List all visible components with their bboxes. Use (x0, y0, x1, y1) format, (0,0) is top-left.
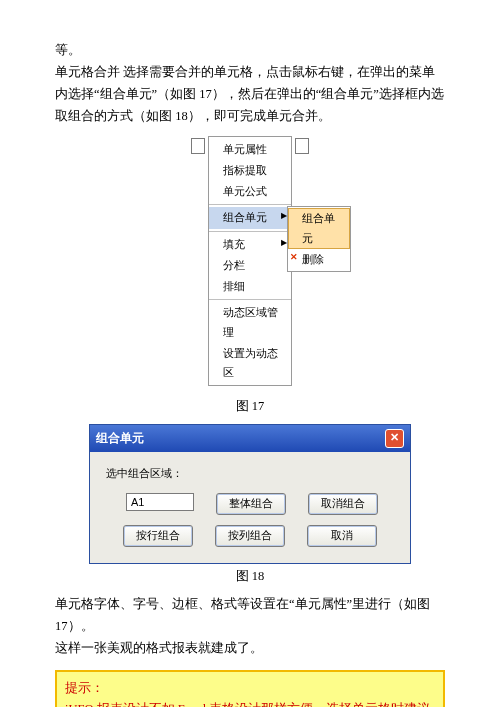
submenu-item-delete[interactable]: ✕ 删除 (288, 249, 350, 270)
menu-item[interactable]: 填充 ▶ (209, 234, 291, 255)
cell-fragment (295, 138, 309, 154)
menu-item[interactable]: 单元公式 (209, 181, 291, 202)
col-combine-button[interactable]: 按列组合 (215, 525, 285, 547)
row-combine-button[interactable]: 按行组合 (123, 525, 193, 547)
tip-heading: 提示： (65, 681, 104, 695)
menu-label: 组合单元 (223, 211, 267, 223)
menu-separator (209, 204, 291, 205)
cell-fragment (191, 138, 205, 154)
close-button[interactable]: ✕ (385, 429, 404, 448)
dialog-titlebar: 组合单元 ✕ (90, 425, 410, 452)
tip-box: 提示： iUFO 报表设计不如 Execl 表格设计那样方便，选择单元格时建议使… (55, 670, 445, 707)
submenu-label: 删除 (302, 253, 324, 265)
delete-icon: ✕ (290, 250, 298, 266)
context-menu: 单元属性 指标提取 单元公式 组合单元 ▶ 组合单元 ✕ 删除 (208, 136, 292, 387)
combine-dialog: 组合单元 ✕ 选中组合区域： A1 整体组合 取消组合 按行组合 按列组合 取消 (89, 424, 411, 564)
figure-17: 单元属性 指标提取 单元公式 组合单元 ▶ 组合单元 ✕ 删除 (55, 128, 445, 419)
menu-label: 填充 (223, 238, 245, 250)
body-text: 单元格字体、字号、边框、格式等设置在“单元属性”里进行（如图 17）。 (55, 594, 445, 638)
body-text: 等。 (55, 40, 445, 62)
dialog-label: 选中组合区域： (106, 464, 394, 483)
tip-body: iUFO 报表设计不如 Execl 表格设计那样方便，选择单元格时建议使用组合键… (65, 702, 430, 707)
submenu-item-combine[interactable]: 组合单元 (288, 208, 350, 249)
menu-item[interactable]: 设置为动态区 (209, 343, 291, 384)
dialog-title: 组合单元 (96, 428, 144, 449)
menu-item-combine[interactable]: 组合单元 ▶ 组合单元 ✕ 删除 (209, 207, 291, 228)
figure-caption: 图 18 (55, 566, 445, 588)
figure-caption: 图 17 (55, 396, 445, 418)
cancel-combine-button[interactable]: 取消组合 (308, 493, 378, 515)
menu-item[interactable]: 分栏 (209, 255, 291, 276)
whole-combine-button[interactable]: 整体组合 (216, 493, 286, 515)
cell-input[interactable]: A1 (126, 493, 194, 511)
body-text: 单元格合并 选择需要合并的单元格，点击鼠标右键，在弹出的菜单内选择“组合单元”（… (55, 62, 445, 128)
menu-item[interactable]: 排细 (209, 276, 291, 297)
menu-item[interactable]: 单元属性 (209, 139, 291, 160)
cancel-button[interactable]: 取消 (307, 525, 377, 547)
menu-item[interactable]: 指标提取 (209, 160, 291, 181)
menu-separator (209, 299, 291, 300)
submenu-arrow-icon: ▶ (281, 236, 287, 250)
submenu: 组合单元 ✕ 删除 (287, 206, 351, 272)
body-text: 这样一张美观的格式报表就建成了。 (55, 638, 445, 660)
menu-separator (209, 231, 291, 232)
menu-item[interactable]: 动态区域管理 (209, 302, 291, 343)
